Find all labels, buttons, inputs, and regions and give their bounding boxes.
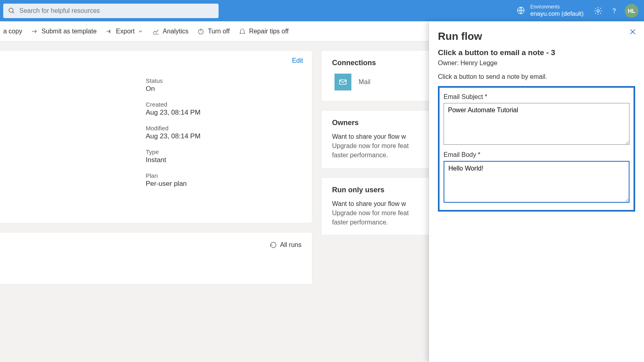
search-box[interactable] — [3, 4, 219, 18]
svg-point-3 — [597, 10, 599, 12]
modified-value: Aug 23, 08:14 PM — [146, 132, 200, 140]
gear-icon — [594, 6, 603, 15]
svg-line-1 — [12, 12, 14, 13]
search-icon — [8, 7, 15, 14]
status-label: Status — [146, 77, 200, 84]
analytics-icon — [152, 28, 159, 35]
settings-button[interactable] — [590, 3, 606, 19]
mail-icon — [334, 74, 351, 90]
modified-label: Modified — [146, 125, 200, 132]
status-value: On — [146, 85, 200, 93]
email-body-input[interactable] — [444, 161, 630, 203]
type-value: Instant — [146, 156, 200, 164]
repair-tips-label: Repair tips off — [249, 28, 289, 35]
turn-off-label: Turn off — [208, 28, 229, 35]
export-button[interactable]: Export — [105, 26, 144, 37]
plan-value: Per-user plan — [146, 180, 200, 188]
environment-value: enayu.com (default) — [530, 10, 584, 17]
submit-label: Submit as template — [41, 28, 97, 35]
submit-template-button[interactable]: Submit as template — [30, 26, 97, 37]
all-runs-label: All runs — [280, 241, 301, 249]
repair-tips-button[interactable]: Repair tips off — [238, 26, 289, 37]
refresh-icon — [270, 241, 277, 249]
close-icon — [629, 28, 637, 36]
details-card: Edit StatusOn CreatedAug 23, 08:14 PM Mo… — [0, 50, 312, 223]
svg-point-0 — [9, 8, 13, 12]
avatar[interactable]: HL — [625, 4, 638, 18]
export-icon — [105, 28, 113, 35]
type-label: Type — [146, 148, 200, 155]
close-button[interactable] — [629, 28, 637, 37]
environment-label: Environments — [530, 4, 584, 10]
email-subject-label: Email Subject * — [444, 93, 630, 101]
panel-description: Click a button to send a note by email. — [438, 73, 635, 80]
submit-icon — [31, 28, 38, 35]
environment-picker[interactable]: Environments enayu.com (default) — [516, 4, 584, 17]
copy-label: a copy — [3, 28, 22, 35]
created-value: Aug 23, 08:14 PM — [146, 109, 200, 117]
panel-inputs-highlight: Email Subject * Email Body * — [438, 86, 635, 212]
connection-name: Mail — [359, 78, 370, 86]
edit-link[interactable]: Edit — [292, 57, 303, 64]
environment-icon — [516, 6, 525, 15]
help-button[interactable] — [606, 3, 622, 19]
plan-label: Plan — [146, 172, 200, 179]
analytics-label: Analytics — [163, 28, 188, 35]
bell-icon — [239, 28, 246, 35]
email-subject-input[interactable] — [444, 103, 630, 145]
copy-button[interactable]: a copy — [2, 26, 23, 37]
help-icon — [610, 6, 619, 15]
svg-point-4 — [614, 12, 615, 13]
runs-card: All runs — [0, 232, 312, 284]
app-header: Environments enayu.com (default) HL — [0, 0, 644, 21]
panel-title: Run flow — [438, 30, 635, 43]
all-runs-link[interactable]: All runs — [270, 241, 301, 249]
power-icon — [197, 28, 204, 35]
panel-owner: Owner: Henry Legge — [438, 60, 635, 67]
run-flow-panel: Run flow Click a button to email a note … — [429, 21, 644, 362]
panel-flow-name: Click a button to email a note - 3 — [438, 48, 635, 57]
analytics-button[interactable]: Analytics — [151, 26, 189, 37]
turn-off-button[interactable]: Turn off — [196, 26, 230, 37]
created-label: Created — [146, 101, 200, 108]
email-body-label: Email Body * — [444, 151, 630, 158]
search-input[interactable] — [19, 7, 214, 14]
chevron-down-icon — [138, 29, 143, 34]
export-label: Export — [116, 28, 134, 35]
